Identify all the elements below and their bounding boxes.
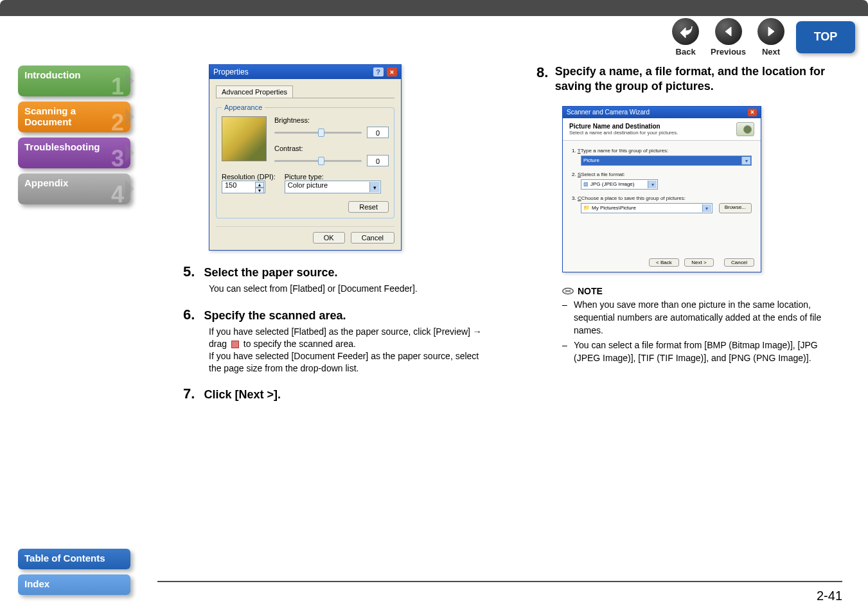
wizard-field-name: 1. TType a name for this group of pictur… — [572, 147, 752, 166]
properties-dialog: Properties ? × Advanced Properties Appea… — [209, 64, 402, 251]
picture-type-value: Color picture — [288, 181, 328, 189]
file-format-select[interactable]: ▧ JPG (JPEG Image) ▾ — [581, 179, 658, 190]
wizard-field-location: 3. CChoose a place to save this group of… — [572, 195, 752, 213]
sidebar-item-troubleshooting[interactable]: Troubleshooting 3 — [18, 138, 130, 168]
window-buttons: ? × — [372, 67, 397, 76]
toc-label: Table of Contents — [24, 553, 105, 564]
advanced-properties-tab[interactable]: Advanced Properties — [216, 85, 293, 98]
spin-down-icon[interactable]: ▼ — [255, 188, 264, 193]
sidebar-item-scanning[interactable]: Scanning a Document 2 — [18, 102, 130, 132]
help-icon[interactable]: ? — [373, 67, 384, 76]
cancel-button[interactable]: Cancel — [351, 232, 394, 244]
save-location-value: My Pictures\Picture — [592, 205, 636, 211]
top-band — [0, 0, 868, 16]
sidebar-item-label: Introduction — [24, 69, 80, 80]
step-heading: Specify the scanned area. — [204, 309, 346, 322]
nav-next-label: Next — [762, 47, 780, 57]
nav-back-label: Back — [676, 47, 696, 57]
back-icon — [672, 18, 699, 45]
nav-previous-button[interactable]: Previous — [711, 18, 746, 57]
top-nav: Back Previous Next TOP — [611, 16, 868, 58]
file-format-value: JPG (JPEG Image) — [590, 181, 634, 187]
sidebar-item-appendix[interactable]: Appendix 4 — [18, 173, 130, 204]
top-button[interactable]: TOP — [796, 21, 855, 53]
nav-next-button[interactable]: Next — [757, 18, 784, 57]
chevron-down-icon: ▾ — [741, 157, 750, 164]
close-icon[interactable]: × — [748, 109, 757, 116]
sidebar-item-label: Appendix — [24, 177, 68, 188]
ok-button[interactable]: OK — [313, 232, 345, 244]
picture-name-value: Picture — [583, 157, 599, 163]
appearance-fieldset: Appearance Brightness: 0 Contrast: 0 — [216, 103, 394, 218]
step-number: 7. — [183, 386, 201, 402]
footer-rule — [157, 581, 842, 582]
picture-type-select[interactable]: Color picture ▾ — [285, 181, 381, 193]
step-number: 5. — [183, 263, 201, 280]
index-button[interactable]: Index — [18, 574, 130, 595]
note-item: When you save more than one picture in t… — [574, 298, 845, 337]
wizard-footer: < Back Next > Cancel — [563, 253, 761, 272]
scanner-wizard-dialog: Scanner and Camera Wizard × Picture Name… — [562, 106, 761, 272]
note-list: –When you save more than one picture in … — [562, 298, 845, 364]
step-body: You can select from [Flatbed] or [Docume… — [209, 283, 492, 295]
reset-button[interactable]: Reset — [348, 201, 389, 213]
contrast-value[interactable]: 0 — [367, 155, 389, 166]
sidebar-item-number: 3 — [111, 145, 124, 172]
appearance-legend: Appearance — [222, 103, 265, 111]
close-icon[interactable]: × — [387, 67, 397, 76]
bottom-links: Table of Contents Index — [18, 549, 130, 600]
preview-thumbnail — [222, 116, 267, 161]
resolution-label: Resolution (DPI): — [222, 173, 276, 181]
step-heading: Select the paper source. — [204, 266, 337, 279]
step-7: 7. Click [Next >]. — [183, 386, 492, 402]
wizard-label: Choose a place to save this group of pic… — [578, 195, 686, 201]
page-number: 2-41 — [817, 589, 842, 603]
picture-type-label: Picture type: — [285, 173, 381, 181]
note-item: You can select a file format from [BMP (… — [574, 339, 845, 365]
sidebar-item-number: 4 — [111, 181, 124, 208]
wizard-title: Scanner and Camera Wizard — [567, 109, 650, 116]
wizard-header: Picture Name and Destination Select a na… — [563, 118, 761, 141]
step-5: 5. Select the paper source. You can sele… — [183, 263, 492, 295]
wizard-label: Select a file format: — [577, 172, 624, 177]
sidebar-item-number: 2 — [111, 109, 124, 136]
chevron-down-icon: ▾ — [702, 204, 711, 212]
wizard-back-button[interactable]: < Back — [649, 258, 679, 267]
step-text: to specify the scanned area. — [241, 339, 356, 349]
note-heading: NOTE — [562, 285, 845, 297]
dialog-titlebar: Properties ? × — [209, 65, 401, 79]
picture-name-input[interactable]: Picture ▾ — [581, 155, 752, 166]
wizard-next-button[interactable]: Next > — [684, 258, 713, 267]
step-heading: Click [Next >]. — [204, 388, 281, 401]
step-body: If you have selected [Flatbed] as the pa… — [209, 326, 492, 375]
drag-handle-icon — [231, 341, 239, 348]
wizard-subheading: Select a name and destination for your p… — [569, 130, 678, 136]
sidebar-item-number: 1 — [111, 73, 124, 100]
folder-icon: 📁 — [583, 205, 590, 211]
contrast-slider[interactable] — [274, 160, 362, 162]
dialog-title: Properties — [213, 67, 249, 76]
step-text: If you have selected [Document Feeder] a… — [209, 351, 479, 373]
wizard-label: Type a name for this group of pictures: — [578, 148, 669, 154]
note-icon — [562, 285, 574, 297]
next-icon — [757, 18, 784, 45]
nav-previous-label: Previous — [711, 47, 746, 57]
dialog-tabstrip: Advanced Properties — [216, 85, 394, 98]
previous-icon — [715, 18, 742, 45]
step-6: 6. Specify the scanned area. If you have… — [183, 306, 492, 375]
nav-back-button[interactable]: Back — [672, 18, 699, 57]
resolution-value: 150 — [225, 181, 236, 189]
spin-up-icon[interactable]: ▲ — [255, 182, 264, 188]
brightness-slider[interactable] — [274, 132, 362, 134]
chevron-down-icon: ▾ — [648, 181, 657, 188]
content-area: Properties ? × Advanced Properties Appea… — [157, 64, 842, 574]
sidebar-item-introduction[interactable]: Introduction 1 — [18, 66, 130, 96]
brightness-value[interactable]: 0 — [367, 127, 389, 138]
sidebar-item-label: Troubleshooting — [24, 141, 100, 152]
resolution-input[interactable]: 150 ▲▼ — [222, 181, 265, 193]
browse-button[interactable]: Browse... — [719, 203, 752, 213]
wizard-cancel-button[interactable]: Cancel — [724, 258, 754, 267]
step-number: 8. — [536, 64, 549, 94]
table-of-contents-button[interactable]: Table of Contents — [18, 549, 130, 569]
save-location-select[interactable]: 📁 My Pictures\Picture ▾ — [581, 203, 713, 213]
